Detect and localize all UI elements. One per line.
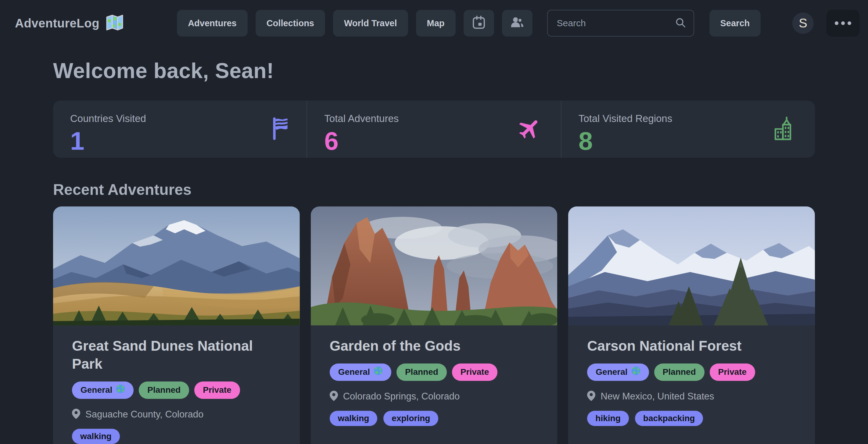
stat-label: Total Visited Regions xyxy=(579,113,798,124)
stat-total-visited-regions: Total Visited Regions 8 xyxy=(561,101,815,158)
calendar-icon xyxy=(471,14,487,32)
globe-icon xyxy=(116,384,125,396)
card-title: Garden of the Gods xyxy=(330,337,538,355)
badge-general: General xyxy=(72,381,133,399)
badge-row: General Planned Private xyxy=(330,363,538,381)
location-text: New Mexico, United States xyxy=(600,391,714,402)
badge-planned: Planned xyxy=(397,363,447,381)
card-title: Carson National Forest xyxy=(587,337,796,355)
location-row: Saguache County, Colorado xyxy=(72,409,281,420)
badge-private: Private xyxy=(452,363,497,381)
adventure-card[interactable]: Garden of the Gods General Planned Priva… xyxy=(311,207,558,444)
stat-value: 6 xyxy=(324,128,544,154)
adventure-card[interactable]: Great Sand Dunes National Park General P… xyxy=(53,207,300,444)
tag: exploring xyxy=(383,411,438,426)
card-body: Garden of the Gods General Planned Priva… xyxy=(311,325,558,438)
nav-adventures-button[interactable]: Adventures xyxy=(177,10,248,37)
nav-map-button[interactable]: Map xyxy=(416,10,456,37)
location-row: Colorado Springs, Colorado xyxy=(330,391,538,402)
main-content: Welcome back, Sean! Countries Visited 1 … xyxy=(0,59,868,444)
location-pin-icon xyxy=(330,391,338,402)
stat-countries-visited: Countries Visited 1 xyxy=(53,101,307,158)
calendar-button[interactable] xyxy=(464,10,494,37)
location-row: New Mexico, United States xyxy=(587,391,796,402)
search-icon xyxy=(675,17,686,30)
users-button[interactable] xyxy=(502,10,532,37)
ellipsis-icon xyxy=(835,21,851,25)
search-input[interactable] xyxy=(547,10,694,37)
primary-nav: Adventures Collections World Travel Map xyxy=(177,10,761,37)
search-submit-button[interactable]: Search xyxy=(709,10,761,37)
globe-icon xyxy=(631,366,641,378)
location-text: Colorado Springs, Colorado xyxy=(343,391,460,402)
badge-row: General Planned Private xyxy=(587,363,796,381)
tag: walking xyxy=(330,411,378,426)
card-title: Great Sand Dunes National Park xyxy=(72,337,281,373)
badge-row: General Planned Private xyxy=(72,381,281,399)
location-pin-icon xyxy=(587,391,595,402)
badge-private: Private xyxy=(710,363,755,381)
avatar-initial: S xyxy=(799,16,807,31)
map-logo-icon xyxy=(105,13,124,34)
tag-row: walking exploring xyxy=(330,411,538,426)
nav-world-travel-button[interactable]: World Travel xyxy=(333,10,408,37)
navbar: AdventureLog Adventures Collections Worl… xyxy=(0,0,868,46)
overflow-menu-button[interactable] xyxy=(827,10,860,37)
stat-value: 1 xyxy=(70,128,289,154)
badge-planned: Planned xyxy=(139,381,189,399)
tag: walking xyxy=(72,429,120,444)
tag: backpacking xyxy=(635,411,703,426)
flag-icon xyxy=(271,117,288,142)
app-title: AdventureLog xyxy=(15,17,99,30)
stats-panel: Countries Visited 1 Total Adventures 6 xyxy=(53,101,815,158)
stat-value: 8 xyxy=(579,128,798,154)
tag: hiking xyxy=(587,411,628,426)
airplane-icon xyxy=(517,116,542,143)
stat-total-adventures: Total Adventures 6 xyxy=(307,101,561,158)
stat-label: Total Adventures xyxy=(324,113,544,124)
location-pin-icon xyxy=(72,409,80,420)
card-image-sand-dunes xyxy=(53,207,300,325)
avatar[interactable]: S xyxy=(793,12,814,34)
tag-row: walking xyxy=(72,429,281,444)
users-icon xyxy=(509,14,525,32)
search-field-wrap xyxy=(547,10,694,37)
card-body: Carson National Forest General Planned P… xyxy=(568,325,815,438)
brand-link[interactable]: AdventureLog xyxy=(15,13,124,34)
globe-icon xyxy=(374,366,383,378)
badge-planned: Planned xyxy=(654,363,705,381)
card-body: Great Sand Dunes National Park General P… xyxy=(53,325,300,444)
stat-label: Countries Visited xyxy=(70,113,289,124)
welcome-heading: Welcome back, Sean! xyxy=(53,59,815,83)
badge-private: Private xyxy=(194,381,240,399)
adventure-card-grid: Great Sand Dunes National Park General P… xyxy=(53,207,815,444)
navbar-right: S xyxy=(793,10,860,37)
location-text: Saguache County, Colorado xyxy=(85,409,204,420)
tag-row: hiking backpacking xyxy=(587,411,796,426)
badge-general: General xyxy=(587,363,649,381)
adventure-card[interactable]: Carson National Forest General Planned P… xyxy=(568,207,815,444)
recent-adventures-heading: Recent Adventures xyxy=(53,181,815,198)
nav-collections-button[interactable]: Collections xyxy=(255,10,325,37)
city-buildings-icon xyxy=(772,116,797,142)
card-image-red-rock-spires xyxy=(311,207,558,325)
badge-general: General xyxy=(330,363,391,381)
card-image-snowy-mountains xyxy=(568,207,815,325)
